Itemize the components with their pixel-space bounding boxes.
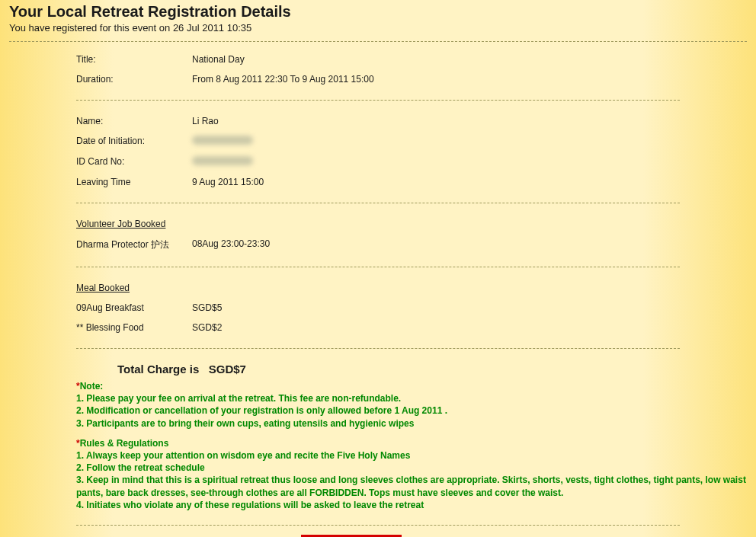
notes-block: *Note: 1. Please pay your fee on arrival… [76,380,747,519]
redacted-blur [192,136,253,145]
volunteer-heading: Volunteer Job Booked [76,214,747,234]
duration-value: From 8 Aug 2011 22:30 To 9 Aug 2011 15:0… [192,74,747,85]
total-label: Total Charge is [117,363,199,376]
event-title-value: National Day [192,54,747,65]
volunteer-job-value: 08Aug 23:00-23:30 [192,238,747,251]
name-label: Name: [76,116,192,126]
rule-line: 3. Keep in mind that this is a spiritual… [76,475,746,497]
doi-value [192,136,747,147]
divider [76,100,680,101]
volunteer-job-label: Dharma Protector 护法 [76,238,192,251]
divider [76,525,680,526]
note-heading: Note: [80,381,104,392]
divider [76,348,680,349]
meal-item-label: 09Aug Breakfast [76,302,192,313]
rule-line: 1. Always keep your attention on wisdom … [76,450,410,461]
total-value: SGD$7 [209,363,246,376]
doi-label: Date of Initiation: [76,136,192,147]
registration-subtitle: You have registered for this event on 26… [9,22,747,34]
rules-heading: Rules & Regulations [80,438,169,449]
name-value: Li Rao [192,116,747,126]
event-title-label: Title: [76,54,192,65]
duration-label: Duration: [76,74,192,85]
divider [76,267,680,267]
leaving-label: Leaving Time [76,177,192,187]
rule-line: 4. Initiates who violate any of these re… [76,500,424,510]
redacted-blur [192,156,253,165]
leaving-value: 9 Aug 2011 15:00 [192,177,747,187]
rule-line: 2. Follow the retreat schedule [76,462,205,473]
note-line: 3. Participants are to bring their own c… [76,418,414,429]
id-value [192,156,747,168]
meal-item-value: SGD$5 [192,302,747,313]
note-line: 2. Modification or cancellation of your … [76,405,447,416]
id-label: ID Card No: [76,156,192,168]
meal-heading: Meal Booked [76,278,747,298]
meal-item-label: ** Blessing Food [76,322,192,333]
meal-item-value: SGD$2 [192,322,747,333]
divider [76,203,680,203]
page-title: Your Local Retreat Registration Details [9,3,747,21]
note-line: 1. Please pay your fee on arrival at the… [76,393,401,404]
